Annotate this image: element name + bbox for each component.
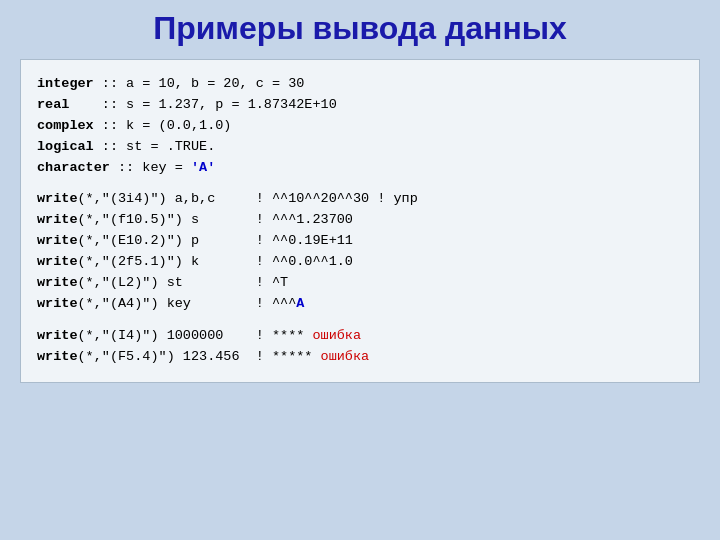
- int-decl-line: integer :: a = 10, b = 20, c = 30: [37, 74, 683, 95]
- code-box: integer :: a = 10, b = 20, c = 30 real :…: [20, 59, 700, 383]
- logical-decl-line: logical :: st = .TRUE.: [37, 137, 683, 158]
- complex-decl-line: complex :: k = (0.0,1.0): [37, 116, 683, 137]
- write-line-6: write(*,"(A4)") key ! ^^^A: [37, 294, 683, 315]
- write-line-3: write(*,"(E10.2)") p ! ^^0.19E+11: [37, 231, 683, 252]
- blank-2: [37, 315, 683, 326]
- write-line-1: write(*,"(3i4)") a,b,c ! ^^10^^20^^30 ! …: [37, 189, 683, 210]
- blank-1: [37, 179, 683, 190]
- page-title: Примеры вывода данных: [153, 10, 567, 47]
- write-line-4: write(*,"(2f5.1)") k ! ^^0.0^^1.0: [37, 252, 683, 273]
- error-line-2: write(*,"(F5.4)") 123.456 ! ***** ошибка: [37, 347, 683, 368]
- write-line-5: write(*,"(L2)") st ! ^T: [37, 273, 683, 294]
- write-line-2: write(*,"(f10.5)") s ! ^^^1.23700: [37, 210, 683, 231]
- char-decl-line: character :: key = 'A': [37, 158, 683, 179]
- error-line-1: write(*,"(I4)") 1000000 ! **** ошибка: [37, 326, 683, 347]
- real-decl-line: real :: s = 1.237, p = 1.87342E+10: [37, 95, 683, 116]
